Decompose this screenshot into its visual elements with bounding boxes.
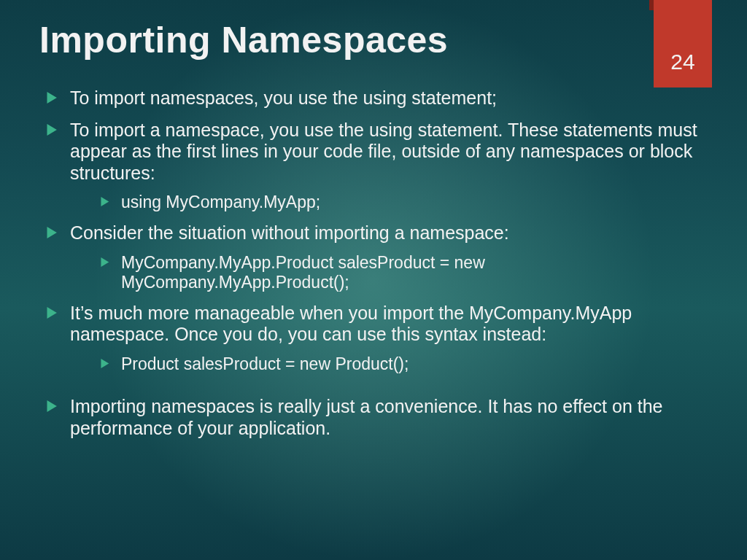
page-number: 24 <box>670 50 694 74</box>
bullet-text: To import namespaces, you use the using … <box>70 88 497 108</box>
bullet-triangle-icon <box>47 307 57 319</box>
bullet-text: Importing namespaces is really just a co… <box>70 396 663 438</box>
sub-bullet-text: Product salesProduct = new Product(); <box>121 354 409 373</box>
bullet-triangle-icon <box>47 124 57 136</box>
sub-bullet-item: using MyCompany.MyApp; <box>101 192 712 212</box>
svg-marker-5 <box>47 307 57 319</box>
bullet-item: To import namespaces, you use the using … <box>47 88 712 109</box>
bullet-triangle-icon <box>101 359 109 368</box>
bullet-text: To import a namespace, you use the using… <box>70 120 697 183</box>
bullet-triangle-icon <box>101 197 109 206</box>
bullet-list: To import namespaces, you use the using … <box>47 88 712 439</box>
bullet-item: Consider the situation without importing… <box>47 222 712 292</box>
sub-bullet-list: Product salesProduct = new Product(); <box>101 354 712 374</box>
page-number-ribbon: 24 <box>654 0 712 88</box>
sub-bullet-list: using MyCompany.MyApp; <box>101 192 712 212</box>
sub-bullet-item: MyCompany.MyApp.Product salesProduct = n… <box>101 253 712 292</box>
svg-marker-3 <box>47 227 57 238</box>
bullet-triangle-icon <box>47 400 57 412</box>
svg-marker-0 <box>47 92 57 104</box>
slide-title: Importing Namespaces <box>0 0 747 69</box>
sub-bullet-text: MyCompany.MyApp.Product salesProduct = n… <box>121 253 485 292</box>
svg-marker-4 <box>101 257 109 267</box>
bullet-triangle-icon <box>101 257 109 267</box>
sub-bullet-text: using MyCompany.MyApp; <box>121 192 320 211</box>
bullet-item: It’s much more manageable when you impor… <box>47 303 712 374</box>
svg-marker-6 <box>101 359 109 368</box>
svg-marker-1 <box>47 124 57 136</box>
slide: 24 Importing Namespaces To import namesp… <box>0 0 747 560</box>
bullet-item: Importing namespaces is really just a co… <box>47 396 712 439</box>
bullet-text: It’s much more manageable when you impor… <box>70 303 632 345</box>
svg-marker-2 <box>101 197 109 206</box>
bullet-item: To import a namespace, you use the using… <box>47 120 712 213</box>
svg-marker-7 <box>47 400 57 412</box>
sub-bullet-list: MyCompany.MyApp.Product salesProduct = n… <box>101 253 712 292</box>
bullet-triangle-icon <box>47 227 57 238</box>
bullet-text: Consider the situation without importing… <box>70 222 509 243</box>
bullet-triangle-icon <box>47 92 57 104</box>
sub-bullet-item: Product salesProduct = new Product(); <box>101 354 712 374</box>
